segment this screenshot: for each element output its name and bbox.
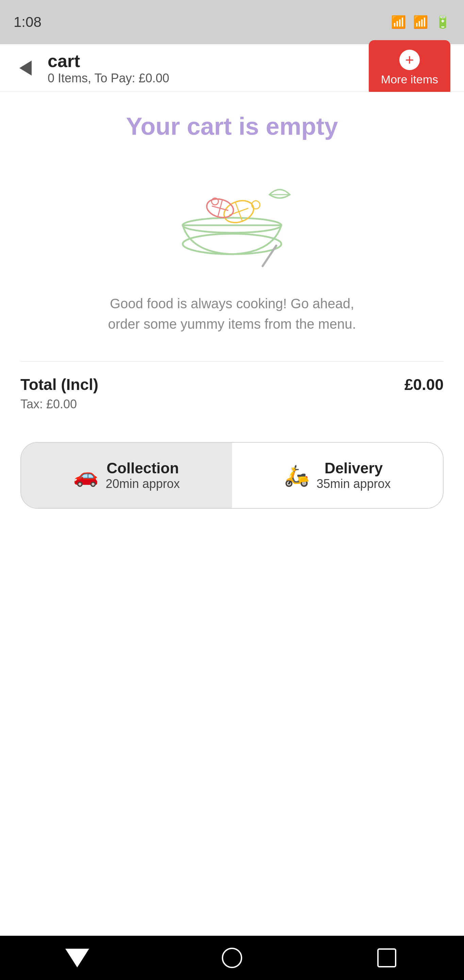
wifi-icon: 📶 (391, 15, 406, 29)
tax-label: Tax: £0.00 (21, 397, 77, 411)
header-left: cart 0 Items, To Pay: £0.00 (14, 51, 169, 86)
nav-back-button[interactable] (64, 944, 91, 972)
back-button[interactable] (14, 56, 37, 80)
delivery-button[interactable]: 🛵 Delivery 35min approx (232, 443, 443, 508)
nav-recents-button[interactable] (373, 944, 400, 972)
delivery-label: Delivery (324, 460, 383, 477)
status-icons: 📶 📶 🔋 (391, 15, 450, 29)
collection-sublabel: 20min approx (105, 477, 180, 491)
cart-title: cart (48, 51, 169, 71)
tax-row: Tax: £0.00 (21, 397, 443, 411)
status-time: 1:08 (14, 14, 41, 30)
action-buttons: 🚗 Collection 20min approx 🛵 Delivery 35m… (21, 442, 443, 509)
more-items-plus-icon: + (399, 50, 420, 70)
total-label: Total (Incl) (21, 375, 98, 394)
delivery-icon: 🛵 (284, 463, 310, 488)
cart-subtitle: 0 Items, To Pay: £0.00 (48, 71, 169, 86)
collection-text: Collection 20min approx (105, 460, 180, 491)
more-items-button[interactable]: + More items (369, 40, 450, 95)
total-section: Total (Incl) £0.00 Tax: £0.00 (21, 361, 443, 428)
bottom-navigation (0, 936, 464, 980)
bowl-illustration (171, 157, 293, 273)
total-row: Total (Incl) £0.00 (21, 375, 443, 394)
nav-home-icon (222, 948, 242, 968)
collection-icon: 🚗 (73, 463, 99, 488)
header: cart 0 Items, To Pay: £0.00 + More items (0, 44, 464, 92)
empty-cart-message: Good food is always cooking! Go ahead, o… (96, 293, 368, 334)
battery-icon: 🔋 (435, 15, 450, 29)
collection-button[interactable]: 🚗 Collection 20min approx (21, 443, 232, 508)
nav-recents-icon (377, 948, 396, 967)
more-items-label: More items (381, 73, 438, 86)
status-bar: 1:08 📶 📶 🔋 (0, 0, 464, 44)
collection-label: Collection (106, 460, 179, 477)
empty-cart-title: Your cart is empty (126, 112, 338, 140)
header-title-block: cart 0 Items, To Pay: £0.00 (48, 51, 169, 86)
nav-home-button[interactable] (218, 944, 246, 972)
nav-back-icon (65, 949, 89, 967)
app-container: cart 0 Items, To Pay: £0.00 + More items… (0, 44, 464, 980)
svg-line-10 (262, 246, 276, 266)
content-area: Your cart is empty Good food is (0, 92, 464, 936)
signal-icon: 📶 (413, 15, 428, 29)
delivery-text: Delivery 35min approx (316, 460, 391, 491)
back-chevron-icon (19, 60, 32, 76)
total-value: £0.00 (404, 375, 443, 394)
delivery-sublabel: 35min approx (316, 477, 391, 491)
